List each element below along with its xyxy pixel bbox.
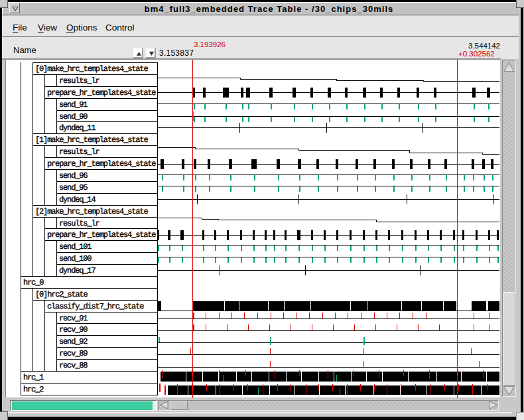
svg-text:send_92: send_92 xyxy=(59,337,88,346)
svg-text:hrc_2: hrc_2 xyxy=(23,385,44,394)
svg-text:recv_88: recv_88 xyxy=(59,361,88,370)
svg-text:dyndeq_17: dyndeq_17 xyxy=(59,266,96,275)
svg-text:send_95: send_95 xyxy=(59,183,88,192)
svg-text:dyndeq_11: dyndeq_11 xyxy=(59,123,96,133)
svg-text:prepare_hr_templates4_state: prepare_hr_templates4_state xyxy=(47,88,156,98)
svg-text:results_lr: results_lr xyxy=(59,219,99,228)
svg-text:send_90: send_90 xyxy=(59,112,88,121)
svg-text:[0]make_hrc_templates4_state: [0]make_hrc_templates4_state xyxy=(35,64,148,74)
svg-text:send_101: send_101 xyxy=(59,242,92,251)
svg-text:send_100: send_100 xyxy=(59,254,92,263)
svg-text:classify_dist7_hrc_state: classify_dist7_hrc_state xyxy=(47,302,144,311)
svg-text:send_91: send_91 xyxy=(59,100,88,109)
svg-text:[0]hrc2_state: [0]hrc2_state xyxy=(35,290,88,299)
svg-text:prepare_hr_templates4_state: prepare_hr_templates4_state xyxy=(47,159,156,169)
svg-text:prepare_hr_templates4_state: prepare_hr_templates4_state xyxy=(47,230,156,240)
svg-text:recv_89: recv_89 xyxy=(59,349,88,358)
svg-text:[2]make_hrc_templates4_state: [2]make_hrc_templates4_state xyxy=(35,207,148,216)
svg-text:hrc_0: hrc_0 xyxy=(23,278,44,287)
svg-text:send_96: send_96 xyxy=(59,171,88,180)
svg-text:results_lr: results_lr xyxy=(59,76,99,86)
svg-text:dyndeq_14: dyndeq_14 xyxy=(59,195,96,204)
svg-text:hrc_1: hrc_1 xyxy=(23,373,44,382)
svg-text:recv_91: recv_91 xyxy=(59,314,88,323)
svg-text:[1]make_hrc_templates4_state: [1]make_hrc_templates4_state xyxy=(35,135,148,145)
svg-text:recv_90: recv_90 xyxy=(59,325,88,334)
svg-text:results_lr: results_lr xyxy=(59,147,99,157)
